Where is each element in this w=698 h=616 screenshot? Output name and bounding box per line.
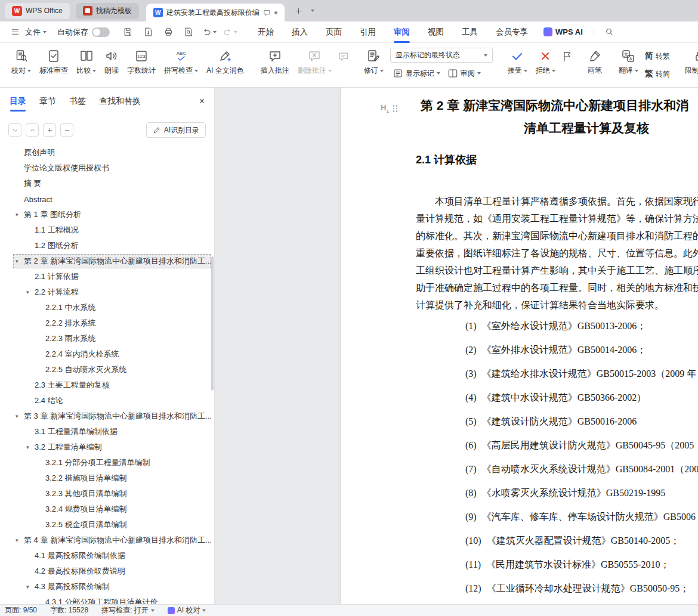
compare-button[interactable]: 比较 <box>72 48 100 77</box>
insert-comment-button[interactable]: 插入批注 <box>257 48 294 77</box>
toc-item[interactable]: 2.2.1 中水系统 <box>0 300 214 315</box>
traditional-to-simplified-button[interactable]: 繁 转简 <box>643 67 672 81</box>
read-aloud-button[interactable]: 朗读 <box>100 48 123 77</box>
review-pane-button[interactable]: 审阅 <box>445 66 483 81</box>
reject-button[interactable]: 拒绝 <box>532 48 560 77</box>
search-button[interactable] <box>603 25 617 39</box>
toc-item[interactable]: 2.2.5 自动喷水灭火系统 <box>0 362 214 377</box>
word-count-button[interactable]: 123 字数统计 <box>123 48 160 77</box>
drag-handle-icon[interactable] <box>393 105 398 112</box>
page-indicator[interactable]: 页面: 9/50 <box>5 605 37 615</box>
translate-icon: 文A <box>621 49 635 63</box>
heading-level-icon[interactable]: H1 <box>381 103 389 114</box>
ai-proofread-status[interactable]: AI 校对 <box>168 605 206 615</box>
translate-button[interactable]: 文A 翻译 <box>614 48 643 77</box>
toc-item[interactable]: 4.2 最高投标限价取费说明 <box>0 564 214 579</box>
wps-home-tab[interactable]: W WPS Office <box>5 3 70 19</box>
active-document-tab[interactable]: W 建筑安装工程最高投标限价编 <box>146 4 285 21</box>
toc-item[interactable]: 3.2.4 规费项目清单编制 <box>0 502 214 517</box>
simplified-to-traditional-button[interactable]: 简 转繁 <box>643 49 672 63</box>
ai-recognize-toc-button[interactable]: AI识别目录 <box>146 122 206 138</box>
markup-state-select[interactable]: 显示标记的最终状态 <box>390 48 493 63</box>
undo-button[interactable] <box>202 27 217 37</box>
file-menu-button[interactable]: 文件 <box>25 27 47 38</box>
menubar-item[interactable]: 开始 <box>258 21 274 43</box>
paragraph-line: 量计算规范，如《通用安装工程工程量计算规范》等，确保计算方法 <box>416 210 698 227</box>
toc-item[interactable]: 4.1 最高投标限价编制依据 <box>0 548 214 564</box>
toc-item[interactable]: 2.1 计算依据 <box>0 269 214 284</box>
delete-comment-button[interactable]: 删除批注 <box>294 48 336 77</box>
toc-item[interactable]: 3.2.3 其他项目清单编制 <box>0 486 214 502</box>
toc-item[interactable]: 摘 要 <box>0 176 214 191</box>
sidebar-tab[interactable]: 章节 <box>39 88 56 115</box>
sidebar-tab[interactable]: 查找和替换 <box>99 88 141 115</box>
export-button[interactable] <box>141 25 155 39</box>
toc-item[interactable]: 学位论文版权使用授权书 <box>0 160 214 176</box>
toc-item[interactable]: 第 4 章 新津宝湾国际物流中心新建项目排水和消防工... <box>0 533 214 548</box>
zoom-out-button[interactable] <box>60 123 73 137</box>
writer-document-icon: W <box>153 8 163 17</box>
autosave-toggle[interactable] <box>92 27 110 37</box>
sidebar-close-button[interactable]: × <box>199 97 205 106</box>
wps-ai-button[interactable]: WPS AI <box>543 27 583 36</box>
zoom-in-button[interactable] <box>43 123 56 137</box>
print-button[interactable] <box>161 25 175 39</box>
main-menu-button[interactable] <box>8 26 21 39</box>
brush-button[interactable]: 画笔 <box>583 48 606 77</box>
menubar-item[interactable]: 工具 <box>462 21 478 43</box>
toc-item[interactable]: 原创声明 <box>0 145 214 160</box>
toc-item[interactable]: 2.2 计算流程 <box>0 284 214 300</box>
proofread-button[interactable]: 校对 <box>7 48 35 77</box>
toc-item[interactable]: 1.1 工程概况 <box>0 222 214 238</box>
toc-item[interactable]: Abstract <box>0 191 214 207</box>
toc-item[interactable]: 2.3 主要工程量的复核 <box>0 377 214 393</box>
change-navigation-button[interactable] <box>560 49 575 64</box>
toc-item[interactable]: 4.3.1 分部分项工程项目清单计价 <box>0 595 214 604</box>
comment-navigation-button[interactable] <box>336 49 351 64</box>
toc-item[interactable]: 3.1 工程量清单编制依据 <box>0 424 214 439</box>
template-document-tab[interactable]: 找稿壳模板 <box>76 3 139 19</box>
toc-item[interactable]: 第 2 章 新津宝湾国际物流中心新建项目排水和消防工... <box>0 253 214 269</box>
expand-all-button[interactable] <box>26 123 39 137</box>
spell-check-status[interactable]: 拼写检查: 打开 <box>101 605 155 615</box>
tab-list-caret-icon[interactable] <box>311 10 314 12</box>
track-changes-button[interactable]: 修订 <box>360 48 388 77</box>
toc-item[interactable]: 3.2.2 措施项目清单编制 <box>0 470 214 486</box>
accept-button[interactable]: 接受 <box>504 48 532 77</box>
collapse-all-button[interactable] <box>8 123 21 137</box>
toc-item[interactable]: 3.2 工程量清单编制 <box>0 439 214 455</box>
new-tab-button[interactable] <box>292 4 306 18</box>
toc-item[interactable]: 4.3 最高投标限价编制 <box>0 579 214 595</box>
standard-review-button[interactable]: 标准审查 <box>35 48 72 77</box>
toc-item[interactable]: 2.2.2 排水系统 <box>0 315 214 331</box>
restrict-edit-button[interactable]: 限制编辑 <box>681 48 698 77</box>
reference-number: (8) <box>465 481 477 505</box>
ai-polish-button[interactable]: AI 全文润色 <box>202 48 248 77</box>
menubar-item[interactable]: 引用 <box>360 21 376 43</box>
menubar-item[interactable]: 页面 <box>326 21 342 43</box>
toc-item[interactable]: 第 3 章 新津宝湾国际物流中心新建项目排水和消防工... <box>0 408 214 424</box>
sidebar-scrollbar[interactable] <box>211 256 214 391</box>
redo-button[interactable] <box>223 27 237 37</box>
toc-item-label: 2.3 主要工程量的复核 <box>35 380 110 391</box>
toc-item[interactable]: 1.2 图纸分析 <box>0 238 214 253</box>
toc-item[interactable]: 第 1 章 图纸分析 <box>0 207 214 222</box>
toc-item[interactable]: 3.2.5 税金项目清单编制 <box>0 517 214 533</box>
spell-check-button[interactable]: ABC 拼写检查 <box>160 48 202 77</box>
toc-item[interactable]: 2.2.3 雨水系统 <box>0 331 214 346</box>
menubar-item[interactable]: 视图 <box>428 21 444 43</box>
toc-item[interactable]: 2.2.4 室内消火栓系统 <box>0 346 214 362</box>
toc-item[interactable]: 3.2.1 分部分项工程量清单编制 <box>0 455 214 470</box>
save-button[interactable] <box>121 25 135 39</box>
show-markup-button[interactable]: 显示标记 <box>390 66 443 81</box>
sidebar-tab[interactable]: 目录 <box>10 88 26 115</box>
menubar-item[interactable]: 审阅 <box>394 21 410 43</box>
reference-number: (9) <box>465 505 477 529</box>
menubar-item[interactable]: 插入 <box>292 21 308 43</box>
word-count-indicator[interactable]: 字数: 15528 <box>50 605 88 615</box>
print-preview-button[interactable] <box>181 25 196 39</box>
toc-item[interactable]: 2.4 结论 <box>0 393 214 408</box>
menubar-item[interactable]: 会员专享 <box>496 21 528 43</box>
sidebar-tab[interactable]: 书签 <box>69 88 86 115</box>
toc-item-label: 3.1 工程量清单编制依据 <box>35 426 118 437</box>
